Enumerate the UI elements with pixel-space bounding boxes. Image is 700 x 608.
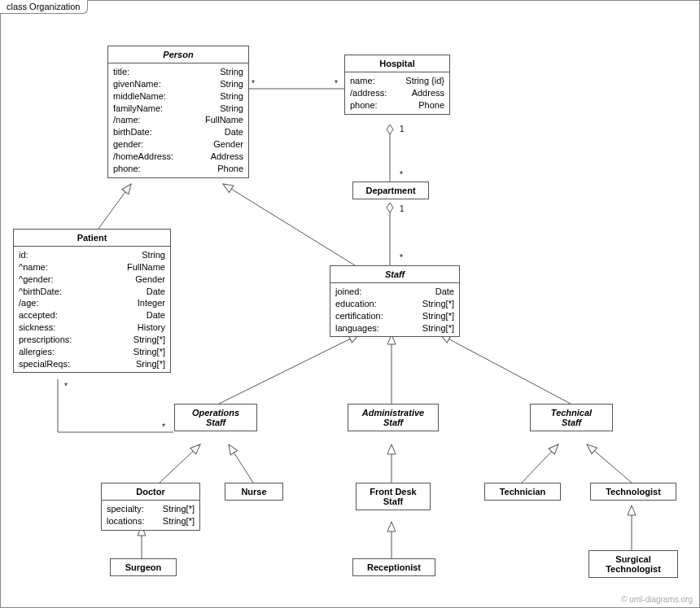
svg-line-12 xyxy=(587,444,632,483)
class-technical-staff: Technical Staff xyxy=(530,404,613,431)
mult-dept-staff-1: 1 xyxy=(400,204,405,213)
class-title: Front Desk Staff xyxy=(357,483,430,510)
class-body: joined:Date education:String[*] certific… xyxy=(330,283,459,336)
class-technologist: Technologist xyxy=(590,483,676,501)
class-person: Person title:String givenName:String mid… xyxy=(107,46,249,178)
class-title: Operations Staff xyxy=(175,405,256,431)
class-hospital: Hospital name:String {id} /address:Addre… xyxy=(344,55,450,115)
mult-person-hospital-left: * xyxy=(252,79,255,88)
class-patient: Patient id:String ^name:FullName ^gender… xyxy=(13,229,171,373)
mult-hospital-dept-star: * xyxy=(400,170,403,179)
class-receptionist: Receptionist xyxy=(352,558,435,576)
svg-line-3 xyxy=(98,184,131,229)
svg-line-4 xyxy=(223,184,355,265)
class-doctor: Doctor specialty:String[*] locations:Str… xyxy=(101,483,200,531)
class-title: Surgical Technologist xyxy=(589,551,677,577)
class-administrative-staff: Administrative Staff xyxy=(348,404,439,431)
svg-line-9 xyxy=(229,444,253,483)
svg-line-11 xyxy=(522,444,558,483)
svg-line-7 xyxy=(440,335,571,404)
class-title: Person xyxy=(108,46,248,63)
class-title: Technical Staff xyxy=(531,405,612,431)
class-surgeon: Surgeon xyxy=(110,558,177,576)
class-body: title:String givenName:String middleName… xyxy=(108,63,248,177)
class-nurse: Nurse xyxy=(225,483,283,501)
class-title: Receptionist xyxy=(353,559,435,575)
mult-patient-ops-top: * xyxy=(64,382,68,391)
class-title: Staff xyxy=(330,266,459,283)
class-technician: Technician xyxy=(484,483,561,501)
mult-hospital-dept-1: 1 xyxy=(400,125,405,133)
uml-frame: class Organization xyxy=(0,0,700,608)
frame-title: class Organization xyxy=(0,0,88,14)
svg-line-5 xyxy=(219,335,359,404)
class-title: Technician xyxy=(485,483,560,500)
class-title: Hospital xyxy=(345,55,449,72)
svg-line-8 xyxy=(160,444,200,483)
class-title: Patient xyxy=(14,230,170,247)
class-title: Doctor xyxy=(102,483,199,501)
class-title: Department xyxy=(353,182,428,199)
mult-patient-ops-right: * xyxy=(162,422,165,431)
class-body: id:String ^name:FullName ^gender:Gender … xyxy=(14,247,170,372)
class-title: Surgeon xyxy=(111,559,176,575)
class-body: specialty:String[*] locations:String[*] xyxy=(102,501,199,530)
credit-text: © uml-diagrams.org xyxy=(621,595,693,604)
class-surgical-technologist: Surgical Technologist xyxy=(588,550,678,578)
class-body: name:String {id} /address:Address phone:… xyxy=(345,72,449,114)
mult-dept-staff-star: * xyxy=(400,253,403,262)
class-staff: Staff joined:Date education:String[*] ce… xyxy=(330,265,460,337)
class-front-desk-staff: Front Desk Staff xyxy=(356,483,431,510)
class-operations-staff: Operations Staff xyxy=(174,404,257,431)
class-title: Technologist xyxy=(591,483,676,500)
class-department: Department xyxy=(352,182,429,199)
class-title: Administrative Staff xyxy=(348,405,438,431)
class-title: Nurse xyxy=(225,483,282,500)
mult-person-hospital-right: * xyxy=(335,79,338,88)
